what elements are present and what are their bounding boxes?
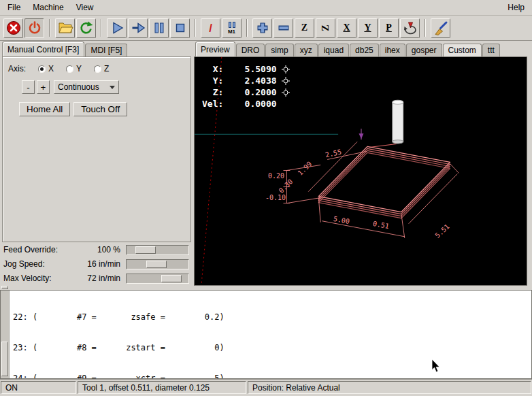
rotate-view-button[interactable]	[400, 18, 420, 38]
homed-icon	[282, 65, 290, 73]
brush-icon	[433, 20, 449, 36]
clear-plot-button[interactable]	[431, 18, 450, 38]
origin-cone-icon	[359, 133, 364, 139]
jog-speed-row: Jog Speed: 16 in/min	[2, 257, 191, 271]
jog-speed-label: Jog Speed:	[2, 259, 81, 269]
tab-ttt[interactable]: ttt	[482, 44, 500, 56]
home-all-button[interactable]: Home All	[19, 102, 70, 116]
slider-thumb[interactable]	[135, 246, 156, 254]
pane-sash-grip[interactable]	[1, 286, 8, 289]
tab-xyz[interactable]: xyz	[295, 44, 318, 56]
view-rotated-top-letter: Z	[321, 24, 331, 31]
tab-simp[interactable]: simp	[265, 44, 293, 56]
home-row: Home All Touch Off	[19, 102, 186, 116]
tab-mdi[interactable]: MDI [F5]	[85, 44, 127, 56]
gcode-line[interactable]: 24: ( #9 = xctr = 5)	[13, 374, 528, 378]
preview-canvas[interactable]: 2.55 1.99 0.20 0.30 -0.10 5.00 0.51 5.51…	[194, 56, 527, 286]
tool-info-cell: Tool 1, offset 0.511, diameter 0.125	[78, 381, 246, 394]
step-arrow-icon	[130, 20, 146, 36]
scrollbar-thumb[interactable]	[1, 342, 8, 377]
gcode-line[interactable]: 23: ( #8 = zstart = 0)	[13, 343, 528, 353]
dro-x: X: 5.5090	[202, 63, 277, 75]
zoom-out-button[interactable]	[273, 18, 293, 38]
menubar: File Machine View Help	[0, 0, 532, 16]
tab-custom[interactable]: Custom	[443, 44, 482, 56]
machine-state: ON	[5, 383, 18, 393]
tab-dro[interactable]: DRO	[236, 44, 265, 56]
radio-button-icon	[38, 65, 46, 73]
tab-manual-control[interactable]: Manual Control [F3]	[2, 42, 84, 56]
open-file-button[interactable]	[55, 18, 75, 38]
view-rotated-top-button[interactable]: Z	[316, 18, 335, 38]
tab-ihex[interactable]: ihex	[380, 44, 405, 56]
tab-db25[interactable]: db25	[350, 44, 379, 56]
jog-increment-dropdown[interactable]: Continuous	[54, 80, 119, 94]
max-velocity-slider[interactable]	[126, 274, 189, 284]
estop-button[interactable]	[3, 18, 23, 38]
jog-plus-button[interactable]: +	[37, 80, 50, 94]
zoom-in-button[interactable]	[252, 18, 272, 38]
view-perspective-letter: P	[386, 23, 392, 33]
max-velocity-value: 72 in/min	[81, 274, 120, 283]
axis-radio-z[interactable]: Z	[94, 64, 109, 73]
dimension-label: 0.20	[268, 172, 284, 180]
touch-off-button[interactable]: Touch Off	[73, 102, 127, 116]
menu-help[interactable]: Help	[501, 0, 531, 15]
menu-machine[interactable]: Machine	[27, 0, 69, 15]
jog-minus-button[interactable]: -	[22, 80, 35, 94]
feed-override-slider[interactable]	[126, 245, 189, 255]
tool-cylinder	[393, 100, 403, 144]
slider-thumb[interactable]	[161, 275, 182, 282]
dro-z: Z: 0.2000	[202, 86, 277, 98]
optional-stop-label: M1	[228, 29, 235, 35]
dro-vel: Vel: 0.0000	[202, 98, 277, 110]
position-mode-cell: Position: Relative Actual	[248, 381, 531, 394]
run-button[interactable]	[107, 18, 127, 38]
axis-radio-y[interactable]: Y	[66, 64, 82, 73]
dro-readout: X: 5.5090 Y: 2.4038	[202, 63, 290, 110]
axis-radio-x[interactable]: X	[38, 64, 54, 73]
optional-stop-bars-icon	[229, 22, 235, 28]
machine-power-button[interactable]	[24, 18, 44, 38]
toolbar-separator	[246, 19, 248, 37]
jog-row: - + Continuous	[22, 80, 186, 94]
jog-speed-slider[interactable]	[126, 259, 189, 269]
dimension-lines	[283, 142, 459, 237]
view-perspective-button[interactable]: P	[379, 18, 399, 38]
pause-button[interactable]	[149, 18, 169, 38]
tab-gosper[interactable]: gosper	[406, 44, 442, 56]
manual-control-frame: Axis: X Y Z - +	[2, 56, 191, 242]
view-side-button[interactable]: X	[337, 18, 356, 38]
view-top-button[interactable]: Z	[295, 18, 314, 38]
machine-state-cell: ON	[1, 381, 76, 394]
tab-iquad[interactable]: iquad	[318, 44, 349, 56]
stop-button[interactable]	[170, 18, 190, 38]
gcode-listing: 22: ( #7 = zsafe = 0.2) 23: ( #8 = zstar…	[0, 290, 532, 379]
run-icon	[109, 20, 125, 36]
view-top-letter: Z	[301, 23, 307, 33]
gcode-scrollbar[interactable]	[1, 291, 10, 378]
tab-preview[interactable]: Preview	[195, 42, 235, 56]
stop-icon	[172, 20, 188, 36]
menu-view[interactable]: View	[70, 0, 100, 15]
estop-icon	[5, 20, 22, 36]
chevron-down-icon	[110, 86, 115, 92]
main-area: Manual Control [F3] MDI [F5] Axis: X Y	[0, 41, 532, 286]
radio-button-icon	[66, 65, 73, 73]
menu-file[interactable]: File	[1, 0, 27, 15]
preview-panel: Preview DRO simp xyz iquad db25 ihex gos…	[193, 41, 532, 286]
slash-icon: /	[209, 22, 212, 34]
reload-button[interactable]	[76, 18, 96, 38]
view-front-button[interactable]: Y	[358, 18, 378, 38]
step-button[interactable]	[128, 18, 148, 38]
feed-override-row: Feed Override: 100 %	[2, 243, 191, 257]
optional-stop-button[interactable]: M1	[222, 18, 242, 38]
axis-z-label: Z	[104, 64, 109, 73]
slider-thumb[interactable]	[146, 261, 167, 268]
gcode-area: 22: ( #7 = zsafe = 0.2) 23: ( #8 = zstar…	[0, 286, 532, 379]
statusbar: ON Tool 1, offset 0.511, diameter 0.125 …	[0, 379, 532, 396]
skip-lines-button[interactable]: /	[201, 18, 220, 38]
power-icon	[27, 20, 43, 36]
gcode-line[interactable]: 22: ( #7 = zsafe = 0.2)	[13, 312, 528, 323]
pause-icon	[151, 20, 167, 36]
